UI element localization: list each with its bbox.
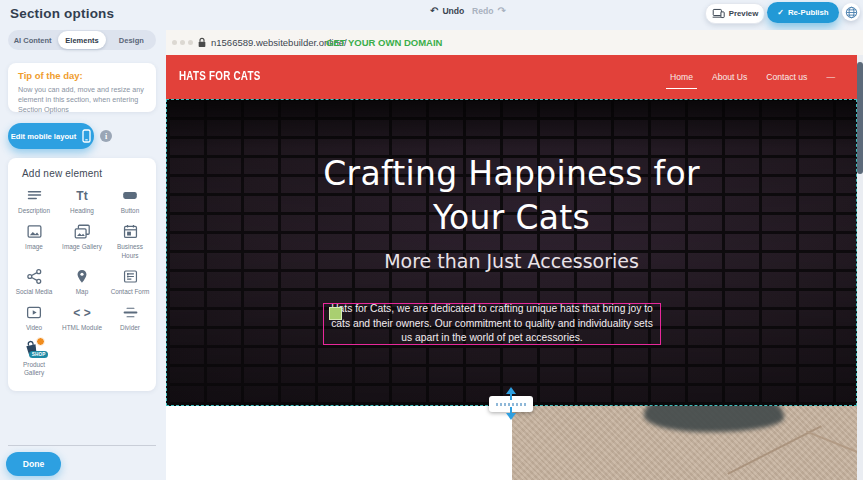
divider-icon bbox=[122, 303, 139, 322]
info-icon[interactable]: i bbox=[100, 130, 112, 142]
element-video[interactable]: Video bbox=[10, 303, 58, 332]
contact-form-icon bbox=[122, 267, 139, 286]
browser-dots-icon bbox=[172, 40, 193, 45]
mobile-phone-icon bbox=[82, 129, 91, 143]
element-image[interactable]: Image bbox=[10, 222, 58, 260]
element-map[interactable]: Map bbox=[58, 267, 106, 296]
element-html-module[interactable]: < > HTML Module bbox=[58, 303, 106, 332]
element-heading[interactable]: Tt Heading bbox=[58, 186, 106, 215]
description-icon bbox=[26, 186, 43, 205]
map-pin-icon bbox=[74, 267, 90, 286]
undo-icon: ↶ bbox=[430, 6, 438, 16]
element-button[interactable]: Button bbox=[106, 186, 154, 215]
add-element-heading: Add new element bbox=[22, 168, 102, 179]
selected-paragraph-box[interactable]: Hats for Cats, we are dedicated to craft… bbox=[323, 303, 661, 345]
next-section-image bbox=[512, 406, 857, 480]
shop-badge: SHOP bbox=[29, 351, 48, 358]
lock-icon bbox=[197, 36, 207, 49]
social-media-icon bbox=[26, 267, 43, 286]
edit-mobile-layout-label: Edit mobile layout bbox=[11, 132, 76, 141]
element-business-hours[interactable]: Business Hours bbox=[106, 222, 154, 260]
grip-dots-icon bbox=[496, 403, 526, 406]
hero-heading[interactable]: Crafting Happiness for Your Cats bbox=[284, 152, 740, 240]
site-nav: Home About Us Contact us — bbox=[670, 55, 835, 99]
element-social-media[interactable]: Social Media bbox=[10, 267, 58, 296]
browser-bar: n1566589.websitebuilder.online/ GET YOUR… bbox=[166, 30, 863, 55]
nav-contact-us[interactable]: Contact us bbox=[766, 68, 807, 86]
hero-paragraph: Hats for Cats, we are dedicated to craft… bbox=[330, 302, 654, 347]
redo-icon: ↷ bbox=[497, 6, 505, 16]
tip-heading: Tip of the day: bbox=[18, 70, 83, 81]
get-domain-link[interactable]: GET YOUR OWN DOMAIN bbox=[326, 37, 442, 48]
devices-icon bbox=[712, 8, 725, 19]
resize-arrow-down-icon bbox=[506, 413, 516, 420]
tab-ai-content[interactable]: AI Content bbox=[9, 31, 56, 49]
tab-design[interactable]: Design bbox=[108, 31, 155, 49]
code-brackets-icon: < > bbox=[73, 303, 90, 322]
panel-divider bbox=[8, 445, 156, 446]
resize-arrow-up-stem bbox=[510, 393, 512, 400]
undo-button[interactable]: ↶ Undo bbox=[430, 6, 464, 16]
next-section-blank bbox=[166, 406, 512, 480]
website-builder-app: Section options AI Content Elements Desi… bbox=[0, 0, 863, 480]
tab-elements[interactable]: Elements bbox=[58, 31, 105, 49]
nav-about-us[interactable]: About Us bbox=[712, 68, 747, 86]
tip-of-the-day-card: Tip of the day: Now you can add, move an… bbox=[8, 63, 156, 112]
element-image-gallery[interactable]: Image Gallery bbox=[58, 222, 106, 260]
redo-button[interactable]: Redo ↷ bbox=[472, 6, 506, 16]
site-header: HATS FOR CATS Home About Us Contact us — bbox=[166, 55, 857, 99]
panel-tabs: AI Content Elements Design bbox=[8, 30, 156, 50]
carpet-seam bbox=[806, 430, 857, 455]
language-globe-button[interactable] bbox=[842, 3, 860, 21]
element-divider[interactable]: Divider bbox=[106, 303, 154, 332]
image-gallery-icon bbox=[73, 222, 91, 241]
product-gallery-icon: SHOP bbox=[24, 340, 44, 359]
business-hours-icon bbox=[122, 222, 139, 241]
tip-body: Now you can add, move and resize any ele… bbox=[18, 85, 146, 115]
heading-icon: Tt bbox=[76, 186, 87, 205]
republish-button[interactable]: ✓ Re-Publish bbox=[767, 2, 839, 23]
add-element-card: Add new element Description Tt Heading B… bbox=[8, 158, 156, 391]
page-title: Section options bbox=[10, 6, 114, 21]
nav-more-icon[interactable]: — bbox=[826, 68, 835, 86]
nav-home[interactable]: Home bbox=[670, 68, 693, 86]
element-product-gallery[interactable]: SHOP Product Gallery bbox=[10, 340, 58, 378]
image-icon bbox=[26, 222, 43, 241]
cat-shadow-shape bbox=[644, 406, 784, 432]
element-contact-form[interactable]: Contact Form bbox=[106, 267, 154, 296]
edit-mobile-layout-button[interactable]: Edit mobile layout bbox=[8, 123, 94, 149]
done-button[interactable]: Done bbox=[6, 452, 61, 476]
preview-scrollbar-thumb[interactable] bbox=[857, 62, 863, 174]
site-logo[interactable]: HATS FOR CATS bbox=[179, 69, 261, 83]
element-grid: Description Tt Heading Button Image bbox=[10, 186, 154, 377]
hero-subheading[interactable]: More than Just Accessories bbox=[167, 250, 856, 272]
globe-icon bbox=[845, 6, 858, 19]
check-icon: ✓ bbox=[777, 8, 784, 17]
notification-badge-icon bbox=[36, 337, 45, 346]
preview-button[interactable]: Preview bbox=[705, 3, 765, 24]
hero-section[interactable]: Crafting Happiness for Your Cats More th… bbox=[166, 99, 857, 406]
button-icon bbox=[121, 186, 139, 205]
video-play-icon bbox=[25, 303, 43, 322]
selection-handle[interactable] bbox=[329, 307, 342, 320]
element-description[interactable]: Description bbox=[10, 186, 58, 215]
